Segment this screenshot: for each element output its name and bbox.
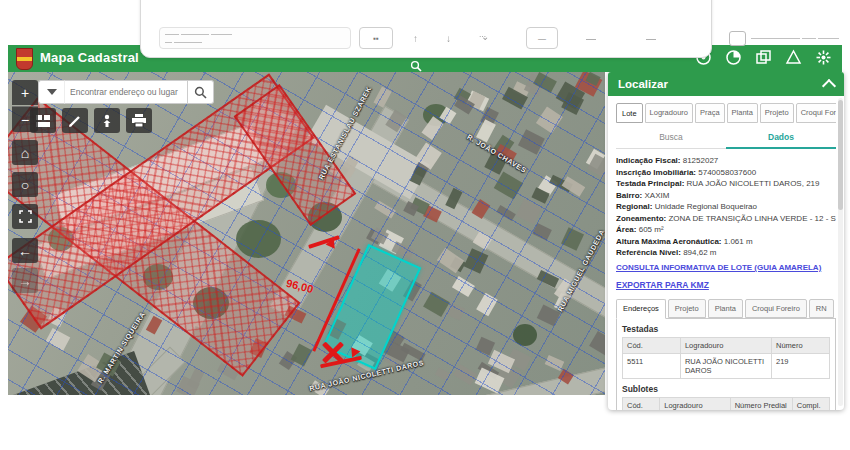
app-title: Mapa Cadastral xyxy=(40,50,139,65)
person-icon xyxy=(101,114,113,128)
printer-icon xyxy=(132,114,146,127)
guia-amarela-link[interactable]: CONSULTA INFORMATIVA DE LOTE (GUIA AMARE… xyxy=(616,263,836,272)
tab-planta[interactable]: Planta xyxy=(727,103,758,123)
lot-data-fields: Indicação Fiscal: 81252027 Inscrição Imo… xyxy=(616,155,836,259)
address-box: Testadas Cód. Logradouro Número 5511 RUA… xyxy=(616,318,836,411)
table-row[interactable]: 5511 RUA JOÃO NICOLETTI DAROS 219 xyxy=(623,353,830,378)
app-window: Mapa Cadastral —— ———— ——— — ———— ··· ▪▪… xyxy=(0,0,850,450)
address-tabs: Endereços Projeto Planta Croqui Foreiro … xyxy=(616,299,836,318)
move-up-icon[interactable]: ↑ xyxy=(413,33,418,44)
sublotes-table: Cód. Logradouro Número Predial Compl. 0 … xyxy=(622,397,830,411)
tab-rn[interactable]: RN xyxy=(809,299,834,318)
field-row: Referência Nível: 894,62 m xyxy=(616,247,836,259)
field-row: Área: 605 m² xyxy=(616,224,836,236)
back-button[interactable]: ← xyxy=(12,238,38,263)
tab-croqui-foreiro[interactable]: Croqui Foreiro xyxy=(796,103,836,123)
toolbar-dash-icon[interactable]: — xyxy=(586,33,596,44)
toolbar-dash2-icon[interactable]: — xyxy=(646,33,656,44)
draw-measure-button[interactable] xyxy=(62,108,88,133)
panel-tabs: Lote Logradouro Praça Planta Projeto Cro… xyxy=(616,103,836,123)
pie-chart-icon[interactable] xyxy=(725,49,742,66)
tab-logradouro[interactable]: Logradouro xyxy=(645,103,693,123)
zoom-out-button[interactable]: − xyxy=(12,106,38,132)
panel-subtabs: Busca Dados xyxy=(616,127,836,149)
localizar-panel: Localizar Lote Logradouro Praça Planta P… xyxy=(608,72,844,410)
street-view-button[interactable] xyxy=(94,108,120,133)
tab-lote[interactable]: Lote xyxy=(616,103,643,123)
testadas-heading: Testadas xyxy=(622,324,830,334)
tab-projeto-2[interactable]: Projeto xyxy=(668,299,706,318)
toolbar-checkbox[interactable] xyxy=(729,31,746,46)
sublotes-heading: Sublotes xyxy=(622,384,830,394)
home-button[interactable]: ⌂ xyxy=(12,140,38,165)
fullscreen-button[interactable] xyxy=(12,204,38,229)
search-dropdown-button[interactable] xyxy=(38,80,64,104)
search-input[interactable] xyxy=(64,80,188,104)
field-row: Indicação Fiscal: 81252027 xyxy=(616,155,836,167)
panel-title: Localizar xyxy=(618,78,668,90)
toolbar-checkbox-label: ——————— —— ——— xyxy=(751,34,839,41)
annotation-toolbar: —— ———— ——— — ———— ··· ▪▪ ↑ ↓ ⌄ — — — ——… xyxy=(140,0,712,58)
field-row: Zoneamento: ZONA DE TRANSIÇÃO LINHA VERD… xyxy=(616,213,836,225)
chevron-down-icon[interactable]: ⌄ xyxy=(481,31,489,42)
scrollbar-thumb[interactable] xyxy=(838,100,843,210)
zoom-in-button[interactable]: + xyxy=(12,80,38,105)
field-row: Regional: Unidade Regional Boqueirao xyxy=(616,201,836,213)
field-row: Altura Máxima Aeronáutica: 1.061 m xyxy=(616,236,836,248)
move-down-icon[interactable]: ↓ xyxy=(446,33,451,44)
print-button[interactable] xyxy=(126,108,152,133)
tab-enderecos[interactable]: Endereços xyxy=(616,299,666,319)
table-header-row: Cód. Logradouro Número xyxy=(623,337,830,353)
field-row: Bairro: XAXIM xyxy=(616,190,836,202)
table-header-row: Cód. Logradouro Número Predial Compl. xyxy=(623,397,830,410)
testadas-table: Cód. Logradouro Número 5511 RUA JOÃO NIC… xyxy=(622,337,830,379)
localizar-header[interactable]: Localizar xyxy=(608,72,844,96)
expand-icon xyxy=(19,210,32,223)
panel-scrollbar[interactable] xyxy=(838,98,843,406)
flower-settings-icon[interactable] xyxy=(815,49,832,66)
map-canvas[interactable]: 96,00 RUA ESTANISLAU SZAREK R. JOÃO CHAV… xyxy=(8,72,605,395)
layers-icon[interactable] xyxy=(755,49,772,66)
collapse-chevron-icon[interactable] xyxy=(822,79,836,93)
recycle-triangle-icon[interactable] xyxy=(785,49,802,66)
tab-praca[interactable]: Praça xyxy=(695,103,725,123)
toolbar-style-button[interactable]: ▪▪ xyxy=(359,27,393,49)
forward-button[interactable]: → xyxy=(12,268,38,293)
pencil-icon xyxy=(68,114,82,128)
subtab-dados[interactable]: Dados xyxy=(726,127,836,149)
annotation-text-field[interactable]: —— ———— ——— — ———— xyxy=(159,27,351,49)
header-icon-group xyxy=(695,49,832,66)
city-crest-logo xyxy=(16,48,33,70)
tab-projeto[interactable]: Projeto xyxy=(760,103,794,123)
locate-button[interactable]: ○ xyxy=(12,172,38,197)
tab-planta-2[interactable]: Planta xyxy=(708,299,743,318)
caret-down-icon xyxy=(47,89,57,95)
search-button[interactable] xyxy=(188,80,214,104)
tab-croqui-foreiro-2[interactable]: Croqui Foreiro xyxy=(745,299,807,318)
subtab-busca[interactable]: Busca xyxy=(616,127,726,148)
field-row: Testada Principal: RUA JOÃO NICOLETTI DA… xyxy=(616,178,836,190)
banner-search-icon[interactable] xyxy=(410,58,422,76)
export-kmz-link[interactable]: EXPORTAR PARA KMZ xyxy=(616,280,836,290)
field-row: Inscrição Imobiliária: 5740058037600 xyxy=(616,167,836,179)
panel-body: Lote Logradouro Praça Planta Projeto Cro… xyxy=(608,96,844,410)
toolbar-align-button[interactable]: — xyxy=(526,27,558,49)
basemap-icon xyxy=(36,115,50,127)
map-search-bar xyxy=(38,80,214,104)
search-icon xyxy=(194,86,207,99)
